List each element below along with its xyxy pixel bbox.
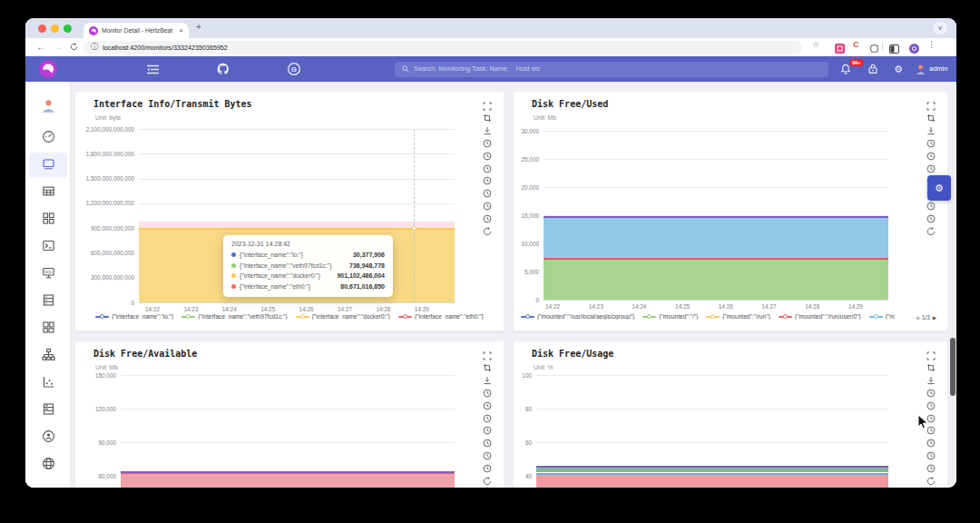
tab-close-icon[interactable]: ×: [179, 27, 183, 35]
clock-icon[interactable]: [926, 400, 936, 410]
browser-menu-kebab-icon[interactable]: ⋮: [927, 40, 936, 49]
sidebar-item-sitemap-tree[interactable]: [29, 343, 67, 369]
clock-icon[interactable]: [482, 450, 492, 460]
y-axis-tick-label: 1,800,000,000,000: [75, 151, 134, 157]
github-icon[interactable]: [216, 56, 230, 82]
clock-icon[interactable]: [482, 189, 492, 199]
clock-icon[interactable]: [926, 388, 936, 398]
menu-fold-icon[interactable]: [145, 56, 160, 82]
forward-button[interactable]: →: [54, 40, 63, 54]
sidebar-item-network-user[interactable]: [29, 425, 67, 450]
snapshot-icon[interactable]: [482, 113, 492, 123]
side-panel-icon[interactable]: [889, 41, 899, 57]
clock-icon[interactable]: [926, 151, 936, 161]
browser-tab[interactable]: Monitor Detail - HertzBeat ×: [83, 23, 189, 38]
sidebar-item-layout-grid[interactable]: [29, 316, 67, 341]
bookmark-star-icon[interactable]: ☆: [812, 40, 819, 49]
username-label[interactable]: admin: [929, 56, 947, 82]
gitee-icon[interactable]: G: [287, 56, 301, 82]
extensions-puzzle-icon[interactable]: [869, 41, 879, 57]
audit-lock-icon[interactable]: [866, 56, 880, 82]
refresh-icon[interactable]: [482, 226, 492, 236]
legend-next-icon[interactable]: ▶: [933, 315, 936, 321]
expand-icon[interactable]: [482, 101, 492, 111]
refresh-icon[interactable]: [482, 476, 492, 486]
x-axis-tick-label: 14:29: [842, 303, 869, 310]
sidebar-item-database-sql[interactable]: SQL: [29, 262, 67, 287]
clock-icon[interactable]: [482, 213, 492, 223]
legend-item[interactable]: {"mounted":"/"}: [642, 313, 698, 320]
legend-item[interactable]: {"interface_name":"eth0:"}: [398, 313, 484, 320]
snapshot-icon[interactable]: [926, 113, 936, 123]
legend-item[interactable]: {"interface_name":"veth97fcd1c:"}: [181, 313, 287, 320]
site-info-icon[interactable]: ⓘ: [91, 44, 98, 51]
search-input[interactable]: Search: Monitoring Task: Name、 Host etc: [395, 62, 828, 77]
expand-icon[interactable]: [482, 350, 492, 360]
clock-icon[interactable]: [482, 413, 492, 423]
settings-gear-icon[interactable]: ⚙: [891, 56, 906, 82]
sidebar-item-globe[interactable]: [29, 452, 67, 478]
legend-item[interactable]: {"mounted":"/run"}: [706, 313, 770, 320]
back-button[interactable]: ←: [36, 40, 45, 54]
refresh-icon[interactable]: [926, 226, 936, 236]
clock-icon[interactable]: [926, 163, 936, 173]
clock-icon[interactable]: [482, 439, 492, 449]
url-bar[interactable]: ⓘ localhost:4200/monitors/33324235036595…: [83, 41, 802, 54]
download-icon[interactable]: [482, 126, 492, 136]
clock-icon[interactable]: [482, 138, 492, 148]
download-icon[interactable]: [926, 376, 936, 386]
window-minimize-button[interactable]: [51, 25, 59, 33]
sidebar-item-terminal[interactable]: [29, 234, 67, 260]
clock-icon[interactable]: [482, 201, 492, 211]
sidebar-item-server-box[interactable]: [29, 289, 67, 314]
snapshot-icon[interactable]: [482, 363, 492, 373]
clock-icon[interactable]: [926, 463, 936, 473]
clock-icon[interactable]: [482, 163, 492, 173]
hertzbeat-logo-icon[interactable]: [25, 56, 71, 82]
clock-icon[interactable]: [482, 388, 492, 398]
download-icon[interactable]: [926, 126, 936, 136]
clock-icon[interactable]: [926, 138, 936, 148]
snapshot-icon[interactable]: [926, 363, 936, 373]
legend-item[interactable]: {"interface_name":"docker0:"}: [296, 313, 390, 320]
clock-icon[interactable]: [926, 213, 936, 223]
legend-item[interactable]: {"mounted":"/run/user/0"}: [779, 313, 861, 320]
sidebar-item-table-grid[interactable]: [29, 180, 67, 205]
sidebar-item-storage-rows[interactable]: [29, 398, 67, 423]
tooltip-series-label: {"interface_name":"docker0:"}: [240, 272, 333, 279]
clock-icon[interactable]: [926, 201, 936, 211]
window-zoom-button[interactable]: [64, 25, 72, 33]
legend-item[interactable]: {"m: [869, 313, 895, 320]
legend-item[interactable]: {"interface_name":"lo:"}: [95, 313, 173, 320]
clock-icon[interactable]: [482, 426, 492, 436]
clock-icon[interactable]: [482, 151, 492, 161]
legend-marker-circle: [783, 314, 788, 319]
clock-icon[interactable]: [482, 463, 492, 473]
clock-icon[interactable]: [482, 176, 492, 186]
user-avatar-icon[interactable]: [913, 56, 927, 82]
new-tab-button[interactable]: +: [196, 22, 201, 32]
reload-icon[interactable]: [70, 40, 78, 55]
extension-c-icon[interactable]: C: [853, 40, 859, 49]
sidebar-item-scatter-chart[interactable]: [29, 370, 67, 396]
theme-settings-gear-button[interactable]: ⚙: [927, 175, 951, 201]
download-icon[interactable]: [482, 376, 492, 386]
tooltip-series-label: {"interface_name":"lo:"}: [240, 252, 349, 258]
clock-icon[interactable]: [482, 400, 492, 410]
expand-icon[interactable]: [926, 350, 936, 360]
sidebar-item-apps-squares[interactable]: [29, 207, 67, 232]
window-close-button[interactable]: [38, 25, 46, 33]
clock-icon[interactable]: [926, 450, 936, 460]
clock-icon[interactable]: [926, 439, 936, 449]
expand-icon[interactable]: [926, 101, 936, 111]
refresh-icon[interactable]: [926, 476, 936, 486]
legend-prev-icon[interactable]: ◀: [916, 315, 919, 321]
legend-item[interactable]: {"mounted":"/usr/local/aegis/cgroup"}: [521, 313, 634, 320]
sidebar-item-monitor-laptop[interactable]: [29, 153, 67, 178]
extension-pink-icon[interactable]: [835, 41, 845, 57]
page-scrollbar[interactable]: [950, 338, 956, 396]
sidebar-item-user-avatar[interactable]: [29, 94, 67, 120]
extension-purple-icon[interactable]: [909, 41, 919, 57]
tab-search-chevron-icon[interactable]: ∨: [933, 22, 947, 35]
sidebar-item-dashboard-gauge[interactable]: [29, 125, 67, 151]
